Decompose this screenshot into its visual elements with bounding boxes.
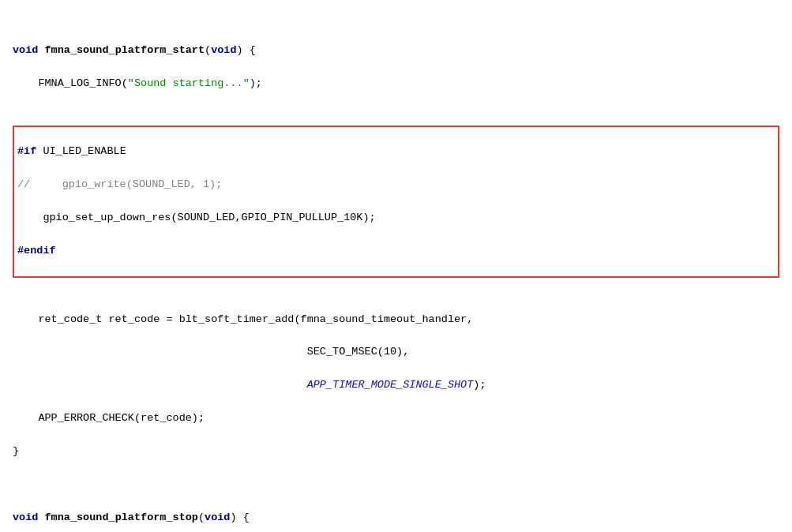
code-viewer: void fmna_sound_platform_start(void) { F…: [13, 9, 779, 532]
line-9: APP_TIMER_MODE_SINGLE_SHOT);: [13, 377, 779, 394]
line-6: #endif: [17, 243, 775, 260]
code-content: void fmna_sound_platform_start(void) { F…: [13, 9, 779, 532]
line-1: void fmna_sound_platform_start(void) {: [13, 43, 779, 59]
line-4: // gpio_write(SOUND_LED, 1);: [17, 177, 775, 193]
line-7: ret_code_t ret_code = blt_soft_timer_add…: [13, 312, 779, 328]
highlight-block-1: #if UI_LED_ENABLE // gpio_write(SOUND_LE…: [13, 126, 779, 277]
line-2: FMNA_LOG_INFO("Sound starting...");: [13, 76, 779, 92]
line-5: gpio_set_up_down_res(SOUND_LED,GPIO_PIN_…: [17, 210, 775, 227]
line-10: APP_ERROR_CHECK(ret_code);: [13, 410, 779, 427]
line-11: }: [13, 444, 779, 460]
line-12: void fmna_sound_platform_stop(void) {: [13, 510, 779, 526]
line-blank-1: [13, 477, 779, 493]
line-3: #if UI_LED_ENABLE: [17, 144, 775, 160]
line-8: SEC_TO_MSEC(10),: [13, 344, 779, 361]
